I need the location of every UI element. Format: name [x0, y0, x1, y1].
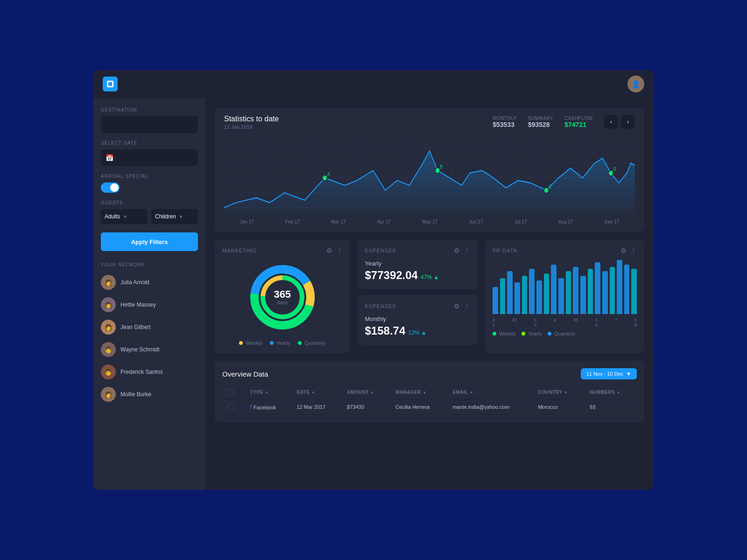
row-checkbox-cell — [222, 399, 245, 415]
th-email[interactable]: EMAIL ▼ — [447, 385, 532, 399]
row-amount: $73430 — [341, 399, 390, 415]
network-person-4[interactable]: 👨 Wayne Schmidt — [101, 338, 198, 361]
monthly-change-value: 12% — [408, 329, 419, 336]
app-window: 👤 DESTINATION SELECT DATE 📅 ARRIVAL SPEC… — [93, 70, 654, 490]
more-icon[interactable]: ⋮ — [336, 247, 343, 254]
top-bar: 👤 — [93, 70, 654, 98]
table-body: f Facebook 12 Mar 2017 $73430 Cecilia He… — [222, 399, 637, 415]
network-label: YOUR NETWORK — [101, 262, 198, 267]
row-country: Morocco — [532, 399, 584, 415]
bar-10 — [566, 271, 571, 314]
arrival-toggle[interactable] — [101, 182, 120, 193]
monthly-more-icon[interactable]: ⋮ — [464, 302, 470, 310]
chart-label-feb: Feb 17 — [285, 219, 300, 224]
bar-5 — [529, 269, 535, 314]
chart-label-mar: Mar 17 — [331, 219, 345, 224]
yearly-settings-icon[interactable]: ⚙ — [454, 247, 460, 254]
network-name-julia: Julia Arnold — [120, 279, 149, 286]
chart-x-labels: Jan 17 Feb 17 Mar 17 Apr 17 May 17 Jun 1… — [224, 219, 635, 224]
prev-button[interactable]: ‹ — [604, 115, 618, 129]
bar-label-06: 06 — [595, 318, 598, 327]
network-section: 👩 Julia Arnold 👩 Hettie Massey 👩 Jean Gi… — [101, 271, 198, 406]
adults-arrow-icon: ▼ — [123, 214, 127, 219]
overview-card: Overview Data 11 Nov - 10 Dec ▼ TYPE ▼ D… — [215, 361, 644, 422]
facebook-icon: f — [250, 403, 252, 411]
network-person-1[interactable]: 👩 Julia Arnold — [101, 271, 198, 294]
row-checkbox[interactable] — [228, 404, 234, 410]
bar-14 — [595, 262, 600, 314]
overview-title: Overview Data — [222, 370, 268, 378]
svg-point-17 — [544, 187, 549, 193]
svg-point-15 — [435, 168, 440, 174]
th-manager[interactable]: MANAGER ▼ — [390, 385, 447, 399]
bar-11 — [573, 267, 578, 315]
settings-icon[interactable]: ⚙ — [326, 247, 332, 254]
monthly-settings-icon[interactable]: ⚙ — [454, 302, 460, 310]
avatar-jean: 👩 — [101, 320, 116, 335]
guests-label: GUESTS — [101, 200, 198, 205]
marketing-card-header: MARKETING ⚙ ⋮ — [222, 247, 343, 254]
network-name-wayne: Wayne Schmidt — [120, 346, 160, 353]
apply-filters-button[interactable]: Apply Filters — [101, 232, 198, 251]
user-avatar[interactable]: 👤 — [627, 76, 644, 92]
legend-label-weekly: Weekly — [246, 340, 262, 346]
svg-text:C: C — [549, 184, 551, 189]
chart-label-jan: Jan 17 — [240, 219, 254, 224]
legend-dot-yearly — [270, 341, 274, 345]
th-type[interactable]: TYPE ▼ — [245, 385, 291, 399]
avatar-hettie: 👩 — [101, 297, 116, 312]
pr-bar-labels: 01 02 03 4 05 06 7 08 — [493, 318, 637, 327]
bar-6 — [536, 280, 542, 315]
th-amount[interactable]: AMOUNT ▼ — [341, 385, 390, 399]
bar-17 — [617, 260, 622, 314]
overview-header: Overview Data 11 Nov - 10 Dec ▼ — [222, 368, 637, 379]
bar-9 — [558, 278, 564, 314]
network-person-6[interactable]: 👩 Mollie Burke — [101, 383, 198, 406]
network-person-2[interactable]: 👩 Hettie Massey — [101, 294, 198, 316]
bar-2 — [507, 271, 513, 314]
bar-label-05: 05 — [573, 318, 578, 327]
monthly-metric: MONTHLY $53533 — [493, 116, 517, 128]
destination-label: DESTINATION — [101, 107, 198, 112]
date-label: SELECT DATE — [101, 140, 198, 146]
avatar-mollie: 👩 — [101, 387, 116, 402]
pr-settings-icon[interactable]: ⚙ — [620, 247, 627, 254]
monthly-label: MONTHLY — [493, 116, 517, 121]
destination-input[interactable] — [101, 116, 198, 133]
th-date[interactable]: DATE ▼ — [291, 385, 341, 399]
toggle-row — [101, 182, 198, 193]
date-range-button[interactable]: 11 Nov - 10 Dec ▼ — [581, 368, 637, 379]
children-dropdown[interactable]: Children ▼ — [151, 209, 198, 224]
pr-data-card: PR DATA ⚙ ⋮ 01 02 03 4 05 06 — [485, 239, 644, 353]
pr-more-icon[interactable]: ⋮ — [630, 247, 637, 254]
header-checkbox[interactable] — [228, 389, 234, 395]
table-header-row: TYPE ▼ DATE ▼ AMOUNT ▼ MANAGER ▼ EMAIL ▼… — [222, 385, 637, 399]
donut-container: 365 days Weekly Yearly — [222, 260, 343, 346]
logo-icon[interactable] — [103, 77, 118, 91]
yearly-period: Yearly — [365, 260, 471, 267]
monthly-amount: $158.74 — [365, 324, 406, 337]
th-country[interactable]: COUNTRY ▼ — [532, 385, 584, 399]
network-person-3[interactable]: 👩 Jean Gilbert — [101, 316, 198, 338]
next-button[interactable]: › — [621, 115, 635, 129]
summary-metric: SUMMARY $93528 — [528, 116, 553, 128]
marketing-legend: Weekly Yearly Quarterly — [239, 340, 325, 346]
adults-dropdown[interactable]: Adults ▼ — [101, 209, 148, 224]
chart-label-may: May 17 — [422, 219, 437, 224]
date-input[interactable]: 📅 — [101, 149, 198, 166]
th-numbers[interactable]: NUMBERS ▼ — [584, 385, 637, 399]
yearly-expenses-title: EXPENSES — [365, 248, 396, 253]
middle-cards-row: MARKETING ⚙ ⋮ — [215, 239, 644, 353]
yearly-more-icon[interactable]: ⋮ — [464, 247, 470, 254]
row-numbers: 63 — [584, 399, 637, 415]
bar-8 — [551, 265, 557, 314]
monthly-expenses-card: EXPENSES ⚙ ⋮ Monthly $158.74 12% ▲ — [358, 295, 478, 345]
marketing-card-title: MARKETING — [222, 248, 257, 253]
row-type-value: Facebook — [254, 405, 276, 410]
bar-label-08: 08 — [634, 318, 637, 327]
chart-label-jul: Jul 17 — [514, 219, 527, 224]
overview-table-container: TYPE ▼ DATE ▼ AMOUNT ▼ MANAGER ▼ EMAIL ▼… — [222, 385, 637, 415]
network-person-5[interactable]: 👨 Frederick Santos — [101, 361, 198, 383]
marketing-card-icons: ⚙ ⋮ — [326, 247, 343, 254]
date-range-value: 11 Nov - 10 Dec — [586, 371, 623, 377]
